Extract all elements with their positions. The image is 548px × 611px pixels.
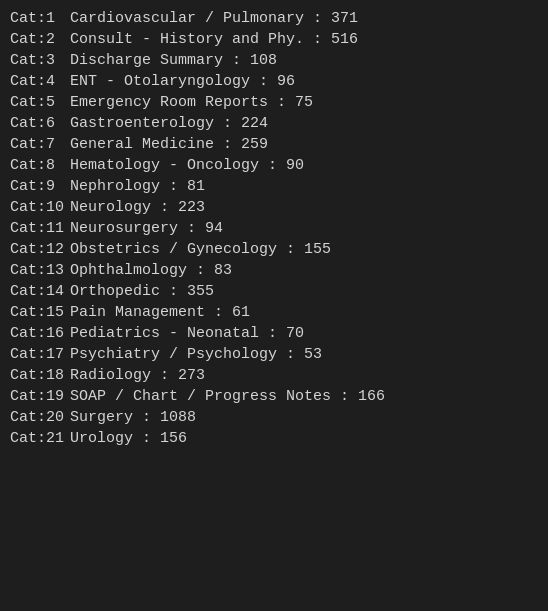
category-name: Cardiovascular / Pulmonary : 371 xyxy=(70,10,358,27)
category-id: Cat:17 xyxy=(10,346,70,363)
list-item: Cat:21Urology : 156 xyxy=(10,428,538,449)
category-name: Pain Management : 61 xyxy=(70,304,250,321)
category-name: Pediatrics - Neonatal : 70 xyxy=(70,325,304,342)
category-id: Cat:4 xyxy=(10,73,70,90)
list-item: Cat:3Discharge Summary : 108 xyxy=(10,50,538,71)
category-name: General Medicine : 259 xyxy=(70,136,268,153)
category-id: Cat:7 xyxy=(10,136,70,153)
category-name: Obstetrics / Gynecology : 155 xyxy=(70,241,331,258)
category-id: Cat:19 xyxy=(10,388,70,405)
list-item: Cat:2Consult - History and Phy. : 516 xyxy=(10,29,538,50)
list-item: Cat:7General Medicine : 259 xyxy=(10,134,538,155)
category-id: Cat:16 xyxy=(10,325,70,342)
list-item: Cat:19SOAP / Chart / Progress Notes : 16… xyxy=(10,386,538,407)
category-name: Radiology : 273 xyxy=(70,367,205,384)
category-id: Cat:20 xyxy=(10,409,70,426)
list-item: Cat:5Emergency Room Reports : 75 xyxy=(10,92,538,113)
category-name: Consult - History and Phy. : 516 xyxy=(70,31,358,48)
list-item: Cat:15Pain Management : 61 xyxy=(10,302,538,323)
category-name: Gastroenterology : 224 xyxy=(70,115,268,132)
list-item: Cat:13Ophthalmology : 83 xyxy=(10,260,538,281)
category-id: Cat:12 xyxy=(10,241,70,258)
list-item: Cat:10Neurology : 223 xyxy=(10,197,538,218)
category-name: Psychiatry / Psychology : 53 xyxy=(70,346,322,363)
list-item: Cat:20Surgery : 1088 xyxy=(10,407,538,428)
list-item: Cat:12Obstetrics / Gynecology : 155 xyxy=(10,239,538,260)
category-name: Hematology - Oncology : 90 xyxy=(70,157,304,174)
list-item: Cat:11Neurosurgery : 94 xyxy=(10,218,538,239)
category-id: Cat:8 xyxy=(10,157,70,174)
category-list: Cat:1Cardiovascular / Pulmonary : 371Cat… xyxy=(10,8,538,449)
category-id: Cat:9 xyxy=(10,178,70,195)
category-name: ENT - Otolaryngology : 96 xyxy=(70,73,295,90)
category-name: Discharge Summary : 108 xyxy=(70,52,277,69)
list-item: Cat:14Orthopedic : 355 xyxy=(10,281,538,302)
list-item: Cat:6Gastroenterology : 224 xyxy=(10,113,538,134)
category-id: Cat:3 xyxy=(10,52,70,69)
category-name: Urology : 156 xyxy=(70,430,187,447)
list-item: Cat:1Cardiovascular / Pulmonary : 371 xyxy=(10,8,538,29)
category-name: Ophthalmology : 83 xyxy=(70,262,232,279)
category-id: Cat:10 xyxy=(10,199,70,216)
category-id: Cat:2 xyxy=(10,31,70,48)
category-name: SOAP / Chart / Progress Notes : 166 xyxy=(70,388,385,405)
list-item: Cat:18Radiology : 273 xyxy=(10,365,538,386)
category-name: Neurology : 223 xyxy=(70,199,205,216)
list-item: Cat:8Hematology - Oncology : 90 xyxy=(10,155,538,176)
list-item: Cat:9Nephrology : 81 xyxy=(10,176,538,197)
list-item: Cat:17Psychiatry / Psychology : 53 xyxy=(10,344,538,365)
category-id: Cat:11 xyxy=(10,220,70,237)
category-id: Cat:6 xyxy=(10,115,70,132)
category-id: Cat:14 xyxy=(10,283,70,300)
category-id: Cat:1 xyxy=(10,10,70,27)
category-name: Orthopedic : 355 xyxy=(70,283,214,300)
category-name: Emergency Room Reports : 75 xyxy=(70,94,313,111)
category-id: Cat:15 xyxy=(10,304,70,321)
category-id: Cat:13 xyxy=(10,262,70,279)
category-id: Cat:5 xyxy=(10,94,70,111)
category-name: Nephrology : 81 xyxy=(70,178,205,195)
category-name: Surgery : 1088 xyxy=(70,409,196,426)
category-id: Cat:21 xyxy=(10,430,70,447)
list-item: Cat:16Pediatrics - Neonatal : 70 xyxy=(10,323,538,344)
category-id: Cat:18 xyxy=(10,367,70,384)
list-item: Cat:4ENT - Otolaryngology : 96 xyxy=(10,71,538,92)
category-name: Neurosurgery : 94 xyxy=(70,220,223,237)
